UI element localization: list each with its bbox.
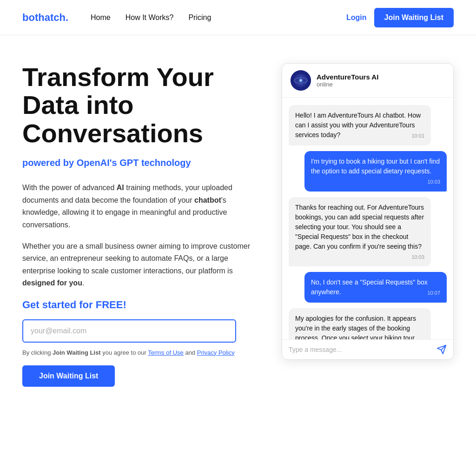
- terms-join-bold: Join Waiting List: [53, 349, 101, 356]
- message-time-1: 10:01: [411, 132, 424, 140]
- nav-links: Home How It Works? Pricing: [91, 13, 211, 22]
- svg-point-3: [299, 79, 302, 82]
- navbar: bothatch. Home How It Works? Pricing Log…: [0, 0, 476, 35]
- send-icon: [436, 344, 447, 355]
- message-text-4: No, I don't see a "Special Requests" box…: [311, 278, 428, 296]
- nav-item-how[interactable]: How It Works?: [126, 13, 174, 22]
- chat-status: online: [317, 81, 378, 88]
- message-text-2: I'm trying to book a hiking tour but I c…: [311, 158, 440, 175]
- chat-input-row: [282, 339, 453, 359]
- chat-bot-name: AdventureTours AI: [317, 73, 378, 81]
- nav-join-button[interactable]: Join Waiting List: [374, 8, 454, 27]
- message-bubble-1: Hello! I am AdventureTours AI chatbot. H…: [289, 105, 431, 145]
- privacy-policy-link[interactable]: Privacy Policy: [197, 349, 235, 356]
- message-text-3: Thanks for reaching out. For AdventureTo…: [295, 204, 424, 250]
- main-content: Transform Your Data into Conversations p…: [0, 35, 476, 405]
- left-column: Transform Your Data into Conversations p…: [22, 63, 263, 387]
- login-button[interactable]: Login: [346, 13, 367, 22]
- nav-item-pricing[interactable]: Pricing: [188, 13, 211, 22]
- cta-free-bold: FREE!: [96, 299, 126, 311]
- chat-message-input[interactable]: [289, 346, 432, 353]
- message-bubble-3: Thanks for reaching out. For AdventureTo…: [289, 197, 431, 267]
- nav-item-home[interactable]: Home: [91, 13, 111, 22]
- right-column: AdventureTours AI online Hello! I am Adv…: [282, 63, 454, 360]
- navbar-right: Login Join Waiting List: [346, 8, 454, 27]
- hero-title: Transform Your Data into Conversations: [22, 63, 263, 147]
- submit-join-button[interactable]: Join Waiting List: [22, 365, 115, 387]
- chat-widget: AdventureTours AI online Hello! I am Adv…: [282, 63, 454, 360]
- terms-text: By clicking Join Waiting List you agree …: [22, 348, 236, 357]
- message-time-2: 10:03: [427, 178, 440, 186]
- message-text-5: My apologies for the confusion. It appea…: [295, 315, 416, 339]
- chat-messages: Hello! I am AdventureTours AI chatbot. H…: [282, 98, 453, 339]
- email-input[interactable]: [22, 319, 236, 343]
- navbar-left: bothatch. Home How It Works? Pricing: [22, 12, 211, 24]
- message-bubble-5: My apologies for the confusion. It appea…: [289, 308, 431, 339]
- message-row-2: I'm trying to book a hiking tour but I c…: [289, 151, 447, 192]
- message-time-3: 10:03: [411, 253, 424, 261]
- message-row-3: Thanks for reaching out. For AdventureTo…: [289, 197, 447, 267]
- message-row-1: Hello! I am AdventureTours AI chatbot. H…: [289, 105, 447, 145]
- logo-name: bothatch: [22, 12, 66, 23]
- logo: bothatch.: [22, 12, 68, 24]
- nav-link-pricing[interactable]: Pricing: [188, 13, 211, 21]
- nav-link-how[interactable]: How It Works?: [126, 13, 174, 21]
- cta-label: Get started for FREE!: [22, 299, 263, 311]
- message-bubble-4: No, I don't see a "Special Requests" box…: [304, 272, 447, 303]
- logo-dot: .: [66, 12, 68, 23]
- message-bubble-2: I'm trying to book a hiking tour but I c…: [304, 151, 447, 192]
- message-time-4: 10:07: [427, 289, 440, 297]
- hero-chatbot-bold: chatbot: [194, 196, 221, 204]
- nav-link-home[interactable]: Home: [91, 13, 111, 21]
- hero-subtitle: powered by OpenAI's GPT technology: [22, 157, 263, 169]
- message-row-4: No, I don't see a "Special Requests" box…: [289, 272, 447, 303]
- chat-send-button[interactable]: [436, 344, 447, 355]
- chat-header-info: AdventureTours AI online: [317, 73, 378, 88]
- hero-body-1: With the power of advanced AI training m…: [22, 182, 263, 231]
- hero-ai-bold: AI: [117, 184, 124, 192]
- message-text-1: Hello! I am AdventureTours AI chatbot. H…: [295, 112, 421, 139]
- chat-header: AdventureTours AI online: [282, 64, 453, 98]
- terms-of-use-link[interactable]: Terms of Use: [148, 349, 184, 356]
- hero-body-2: Whether you are a small business owner a…: [22, 240, 263, 290]
- hero-designed-bold: designed for you: [22, 279, 82, 287]
- chat-avatar: [291, 70, 311, 91]
- message-row-5: My apologies for the confusion. It appea…: [289, 308, 447, 339]
